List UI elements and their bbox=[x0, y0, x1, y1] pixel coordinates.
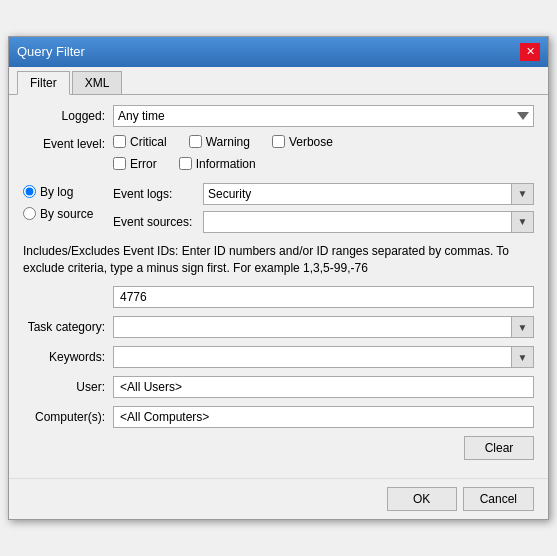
warning-label: Warning bbox=[206, 135, 250, 149]
event-logs-row: Event logs: Security ▼ bbox=[113, 183, 534, 205]
information-checkbox-item: Information bbox=[179, 157, 256, 171]
bylog-label: By log bbox=[40, 185, 73, 199]
logged-label: Logged: bbox=[23, 109, 113, 123]
filter-content: Logged: Any time Last hour Last 12 hours… bbox=[9, 95, 548, 479]
error-checkbox[interactable] bbox=[113, 157, 126, 170]
clear-row: Clear bbox=[23, 436, 534, 460]
verbose-label: Verbose bbox=[289, 135, 333, 149]
event-sources-label: Event sources: bbox=[113, 215, 203, 229]
event-logs-select-container: Security ▼ bbox=[203, 183, 534, 205]
event-logs-select[interactable]: Security bbox=[203, 183, 512, 205]
bottom-buttons: OK Cancel bbox=[9, 478, 548, 519]
verbose-checkbox[interactable] bbox=[272, 135, 285, 148]
bysource-radio-item[interactable]: By source bbox=[23, 207, 113, 221]
radio-section: By log By source Event logs: Security ▼ bbox=[23, 183, 534, 233]
computers-input[interactable] bbox=[113, 406, 534, 428]
bysource-radio[interactable] bbox=[23, 207, 36, 220]
bylog-radio-item[interactable]: By log bbox=[23, 185, 113, 199]
cancel-button[interactable]: Cancel bbox=[463, 487, 534, 511]
event-fields: Event logs: Security ▼ Event sources: bbox=[113, 183, 534, 233]
bylog-radio[interactable] bbox=[23, 185, 36, 198]
event-sources-select[interactable] bbox=[203, 211, 512, 233]
computers-row: Computer(s): bbox=[23, 406, 534, 428]
description-text: Includes/Excludes Event IDs: Enter ID nu… bbox=[23, 239, 534, 281]
warning-checkbox-item: Warning bbox=[189, 135, 250, 149]
query-filter-dialog: Query Filter ✕ Filter XML Logged: Any ti… bbox=[8, 36, 549, 521]
event-sources-select-container: ▼ bbox=[203, 211, 534, 233]
task-category-select[interactable] bbox=[113, 316, 512, 338]
bysource-label: By source bbox=[40, 207, 93, 221]
logged-select[interactable]: Any time Last hour Last 12 hours Last 24… bbox=[113, 105, 534, 127]
error-label: Error bbox=[130, 157, 157, 171]
user-input[interactable] bbox=[113, 376, 534, 398]
information-label: Information bbox=[196, 157, 256, 171]
radio-column: By log By source bbox=[23, 183, 113, 233]
close-button[interactable]: ✕ bbox=[520, 43, 540, 61]
keywords-dropdown-arrow[interactable]: ▼ bbox=[512, 346, 534, 368]
title-bar: Query Filter ✕ bbox=[9, 37, 548, 67]
user-row: User: bbox=[23, 376, 534, 398]
event-logs-label: Event logs: bbox=[113, 187, 203, 201]
clear-button[interactable]: Clear bbox=[464, 436, 534, 460]
logged-row: Logged: Any time Last hour Last 12 hours… bbox=[23, 105, 534, 127]
tab-filter[interactable]: Filter bbox=[17, 71, 70, 95]
user-label: User: bbox=[23, 380, 113, 394]
event-sources-row: Event sources: ▼ bbox=[113, 211, 534, 233]
dialog-title: Query Filter bbox=[17, 44, 85, 59]
critical-checkbox[interactable] bbox=[113, 135, 126, 148]
warning-checkbox[interactable] bbox=[189, 135, 202, 148]
ok-button[interactable]: OK bbox=[387, 487, 457, 511]
error-checkbox-item: Error bbox=[113, 157, 157, 171]
critical-checkbox-item: Critical bbox=[113, 135, 167, 149]
event-id-input[interactable] bbox=[113, 286, 534, 308]
keywords-label: Keywords: bbox=[23, 350, 113, 364]
keywords-select-container: ▼ bbox=[113, 346, 534, 368]
tab-bar: Filter XML bbox=[9, 67, 548, 95]
task-category-label: Task category: bbox=[23, 320, 113, 334]
tab-xml[interactable]: XML bbox=[72, 71, 123, 94]
event-level-row: Event level: Critical Warning Verbose bbox=[23, 135, 534, 175]
information-checkbox[interactable] bbox=[179, 157, 192, 170]
task-category-select-container: ▼ bbox=[113, 316, 534, 338]
event-level-label: Event level: bbox=[23, 135, 113, 151]
event-sources-dropdown-arrow[interactable]: ▼ bbox=[512, 211, 534, 233]
event-logs-dropdown-arrow[interactable]: ▼ bbox=[512, 183, 534, 205]
keywords-select[interactable] bbox=[113, 346, 512, 368]
task-category-dropdown-arrow[interactable]: ▼ bbox=[512, 316, 534, 338]
verbose-checkbox-item: Verbose bbox=[272, 135, 333, 149]
task-category-row: Task category: ▼ bbox=[23, 316, 534, 338]
computers-label: Computer(s): bbox=[23, 410, 113, 424]
keywords-row: Keywords: ▼ bbox=[23, 346, 534, 368]
event-id-row bbox=[23, 286, 534, 308]
critical-label: Critical bbox=[130, 135, 167, 149]
checkboxes-container: Critical Warning Verbose Error bbox=[113, 135, 534, 175]
